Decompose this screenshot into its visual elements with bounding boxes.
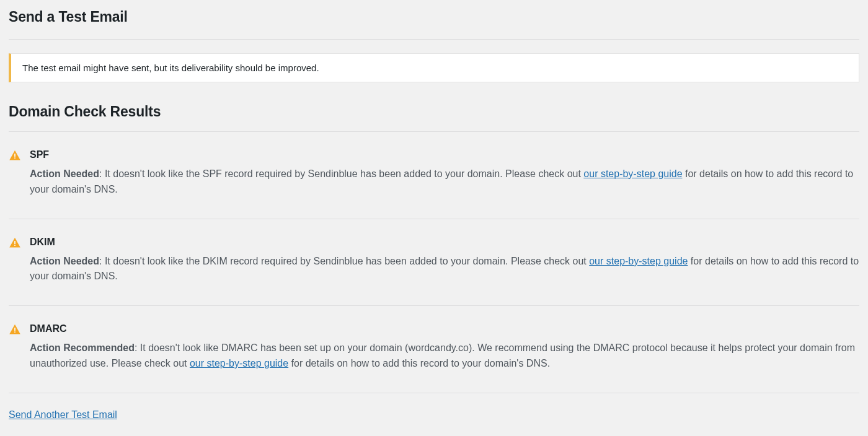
send-another-link[interactable]: Send Another Test Email [9, 409, 117, 420]
check-title-dkim: DKIM [30, 237, 859, 248]
guide-link-dkim[interactable]: our step-by-step guide [589, 256, 688, 266]
check-item-spf: SPF Action Needed: It doesn't look like … [9, 131, 859, 219]
check-item-dkim: DKIM Action Needed: It doesn't look like… [9, 219, 859, 306]
action-label: Action Recommended [30, 342, 135, 353]
footer: Send Another Test Email [9, 393, 859, 421]
svg-rect-1 [14, 157, 16, 159]
warning-notice: The test email might have sent, but its … [9, 53, 859, 82]
check-desc-dmarc: Action Recommended: It doesn't look like… [30, 341, 859, 372]
check-desc-spf: Action Needed: It doesn't look like the … [30, 167, 859, 198]
check-title-dmarc: DMARC [30, 323, 859, 334]
guide-link-spf[interactable]: our step-by-step guide [583, 168, 682, 179]
svg-rect-5 [14, 332, 16, 333]
svg-rect-3 [14, 245, 16, 246]
svg-rect-0 [14, 154, 16, 157]
guide-link-dmarc[interactable]: our step-by-step guide [190, 358, 288, 368]
results-heading: Domain Check Results [9, 103, 859, 120]
desc-before: : It doesn't look like the SPF record re… [99, 168, 583, 179]
check-desc-dkim: Action Needed: It doesn't look like the … [30, 254, 859, 285]
warning-icon [9, 237, 30, 249]
warning-icon [9, 323, 30, 336]
svg-rect-2 [14, 241, 16, 244]
warning-icon [9, 149, 30, 162]
page-title: Send a Test Email [9, 9, 859, 25]
action-label: Action Needed [30, 168, 99, 179]
svg-rect-4 [14, 328, 16, 331]
check-title-spf: SPF [30, 149, 859, 160]
desc-before: : It doesn't look like the DKIM record r… [99, 256, 589, 266]
check-item-dmarc: DMARC Action Recommended: It doesn't loo… [9, 305, 859, 393]
action-label: Action Needed [30, 256, 99, 266]
divider [9, 39, 859, 40]
notice-message: The test email might have sent, but its … [22, 63, 848, 73]
desc-after: for details on how to add this record to… [288, 358, 550, 368]
